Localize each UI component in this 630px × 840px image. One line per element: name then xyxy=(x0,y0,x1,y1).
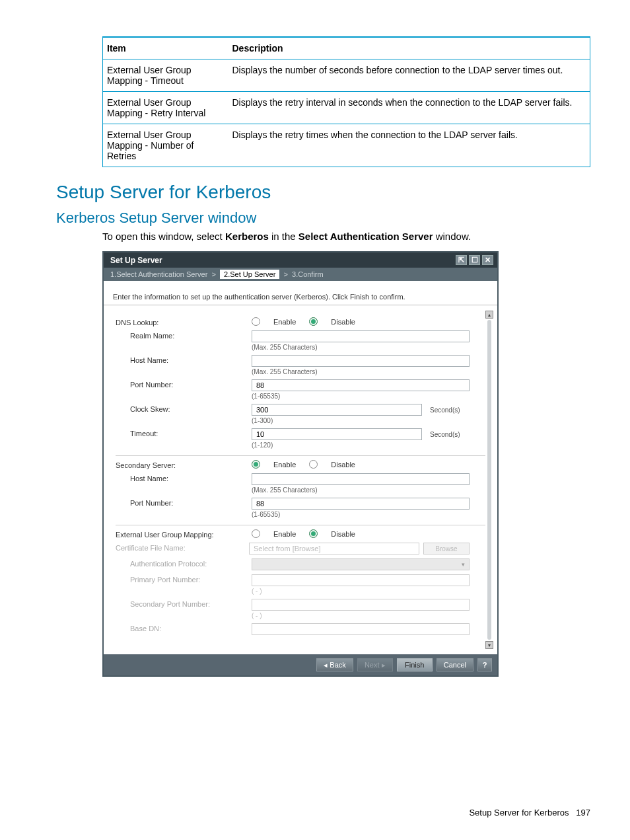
th-description: Description xyxy=(228,37,590,59)
label-port-number: Port Number: xyxy=(116,379,252,389)
table-row: External User Group Mapping - Number of … xyxy=(103,124,590,167)
label-host-name: Host Name: xyxy=(116,355,252,364)
select-auth-protocol xyxy=(252,558,470,570)
radio-secondary-enable[interactable] xyxy=(252,460,260,469)
dialog-title: Set Up Server xyxy=(110,256,162,265)
section-heading: Setup Server for Kerberos xyxy=(56,182,590,203)
label-realm-name: Realm Name: xyxy=(116,330,252,340)
input-sec-port-number[interactable] xyxy=(252,498,470,510)
label-ext-mapping: External User Group Mapping: xyxy=(116,529,252,539)
input-timeout[interactable] xyxy=(252,428,422,440)
restore-icon[interactable]: ⇱ xyxy=(456,255,467,265)
wizard-breadcrumb: 1.Select Authentication Server > 2.Set U… xyxy=(104,268,497,281)
radio-dns-disable[interactable] xyxy=(309,317,318,326)
input-sec-host-name[interactable] xyxy=(252,473,470,485)
browse-button: Browse xyxy=(423,543,470,554)
form-area: ▴ ▾ DNS Lookup: Enable Disable Rea xyxy=(104,305,497,654)
close-icon[interactable]: ✕ xyxy=(482,255,493,265)
label-primary-port: Primary Port Number: xyxy=(116,574,252,584)
label-base-dn: Base DN: xyxy=(116,623,252,632)
radio-mapping-disable[interactable] xyxy=(309,529,318,538)
label-secondary-server: Secondary Server: xyxy=(116,460,252,469)
finish-button[interactable]: Finish xyxy=(397,658,433,671)
dialog-titlebar: Set Up Server ⇱ ☐ ✕ xyxy=(104,252,497,268)
active-step: 2.Set Up Server xyxy=(220,270,279,279)
next-button: Next ▸ xyxy=(357,658,393,671)
scrollbar[interactable]: ▴ ▾ xyxy=(485,311,493,649)
label-secondary-port: Secondary Port Number: xyxy=(116,599,252,608)
setup-server-dialog: Set Up Server ⇱ ☐ ✕ 1.Select Authenticat… xyxy=(102,251,499,677)
help-button[interactable]: ? xyxy=(477,658,492,671)
page-footer: Setup Server for Kerberos 197 xyxy=(469,808,590,818)
label-dns-lookup: DNS Lookup: xyxy=(116,317,252,326)
radio-secondary-disable[interactable] xyxy=(309,460,318,469)
intro-text: To open this window, select Kerberos in … xyxy=(102,231,590,242)
input-secondary-port xyxy=(252,599,470,611)
label-clock-skew: Clock Skew: xyxy=(116,404,252,413)
dialog-footer: ◂ Back Next ▸ Finish Cancel ? xyxy=(104,654,497,675)
label-sec-port-number: Port Number: xyxy=(116,498,252,507)
input-host-name[interactable] xyxy=(252,355,470,367)
maximize-icon[interactable]: ☐ xyxy=(469,255,480,265)
table-row: External User Group Mapping - Timeout Di… xyxy=(103,59,590,92)
radio-mapping-enable[interactable] xyxy=(252,529,260,538)
scroll-up-icon[interactable]: ▴ xyxy=(485,311,493,319)
cancel-button[interactable]: Cancel xyxy=(437,658,473,671)
subsection-heading: Kerberos Setup Server window xyxy=(56,210,590,227)
input-port-number[interactable] xyxy=(252,379,470,391)
label-sec-host-name: Host Name: xyxy=(116,473,252,482)
label-timeout: Timeout: xyxy=(116,428,252,438)
parameter-table: Item Description External User Group Map… xyxy=(102,36,590,167)
back-button[interactable]: ◂ Back xyxy=(316,658,353,671)
input-cert-file: Select from [Browse] xyxy=(249,543,419,554)
label-auth-protocol: Authentication Protocol: xyxy=(116,558,252,568)
input-primary-port xyxy=(252,574,470,586)
th-item: Item xyxy=(103,37,228,59)
radio-dns-enable[interactable] xyxy=(252,317,260,326)
label-cert-file: Certificate File Name: xyxy=(116,543,249,552)
input-realm-name[interactable] xyxy=(252,330,470,342)
dialog-instruction: Enter the information to set up the auth… xyxy=(104,281,497,305)
table-row: External User Group Mapping - Retry Inte… xyxy=(103,92,590,124)
input-clock-skew[interactable] xyxy=(252,404,422,416)
scroll-down-icon[interactable]: ▾ xyxy=(485,641,493,649)
input-base-dn xyxy=(252,623,470,635)
